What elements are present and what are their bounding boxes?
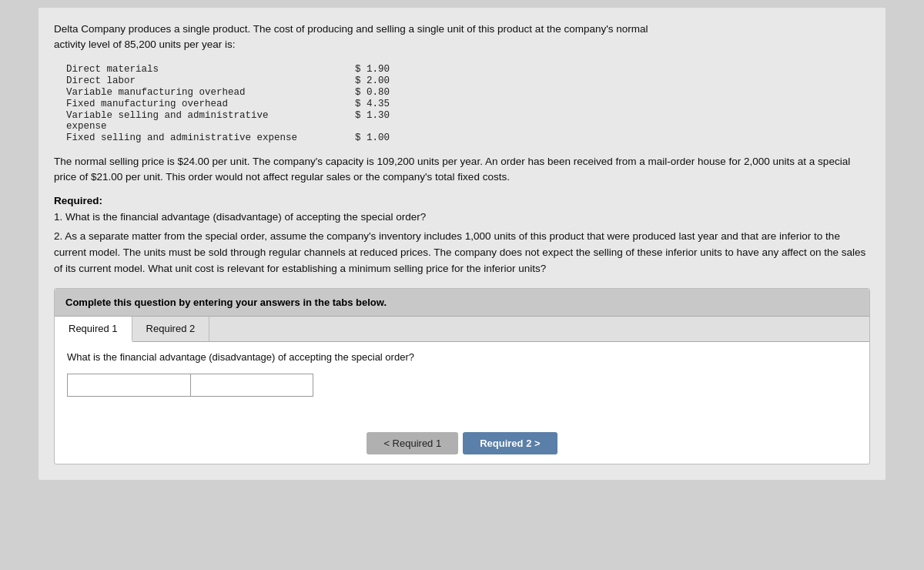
page-container: Delta Company produces a single product.… [38, 8, 886, 480]
intro-line2: activity level of 85,200 units per year … [54, 39, 236, 50]
tab-question: What is the financial advantage (disadva… [67, 351, 857, 363]
cost-label: Direct labor [66, 75, 313, 86]
required-section: Required: 1. What is the financial advan… [54, 195, 870, 277]
paragraph1: The normal selling price is $24.00 per u… [54, 154, 870, 186]
cost-value: $ 1.90 [343, 64, 390, 75]
cost-row: Direct labor$ 2.00 [66, 75, 870, 86]
intro-line1: Delta Company produces a single product.… [54, 23, 648, 35]
cost-row: Variable manufacturing overhead$ 0.80 [66, 87, 870, 98]
cost-row: Fixed manufacturing overhead$ 4.35 [66, 99, 870, 109]
cost-row: Variable selling and administrative expe… [66, 110, 870, 132]
cost-row: Direct materials$ 1.90 [66, 64, 870, 75]
required-item-2: 2. As a separate matter from the special… [54, 229, 870, 277]
cost-label: Variable selling and administrative expe… [66, 110, 313, 132]
nav-buttons: < Required 1 Required 2 > [55, 424, 869, 464]
cost-table: Direct materials$ 1.90Direct labor$ 2.00… [66, 64, 870, 143]
cost-value: $ 1.30 [343, 110, 390, 132]
required-item-1: 1. What is the financial advantage (disa… [54, 210, 870, 226]
input-area [67, 374, 857, 397]
cost-value: $ 1.00 [343, 132, 390, 143]
required-title: Required: [54, 195, 870, 206]
answer-input-1[interactable] [67, 374, 190, 397]
cost-label: Fixed selling and administrative expense [66, 132, 313, 143]
intro-text: Delta Company produces a single product.… [54, 22, 870, 53]
cost-label: Fixed manufacturing overhead [66, 99, 313, 109]
cost-value: $ 4.35 [343, 99, 390, 109]
tabs-row: Required 1 Required 2 [55, 317, 869, 342]
prev-button[interactable]: < Required 1 [367, 432, 458, 454]
answer-box-header: Complete this question by entering your … [55, 289, 869, 317]
cost-value: $ 2.00 [343, 75, 390, 86]
answer-box: Complete this question by entering your … [54, 288, 870, 464]
next-button[interactable]: Required 2 > [463, 432, 557, 454]
cost-value: $ 0.80 [343, 87, 390, 98]
cost-label: Direct materials [66, 64, 313, 75]
tab-required-2[interactable]: Required 2 [132, 317, 210, 341]
tab-content: What is the financial advantage (disadva… [55, 342, 869, 424]
cost-row: Fixed selling and administrative expense… [66, 132, 870, 143]
answer-input-2[interactable] [190, 374, 313, 397]
tab-required-1[interactable]: Required 1 [55, 317, 132, 342]
cost-label: Variable manufacturing overhead [66, 87, 313, 98]
